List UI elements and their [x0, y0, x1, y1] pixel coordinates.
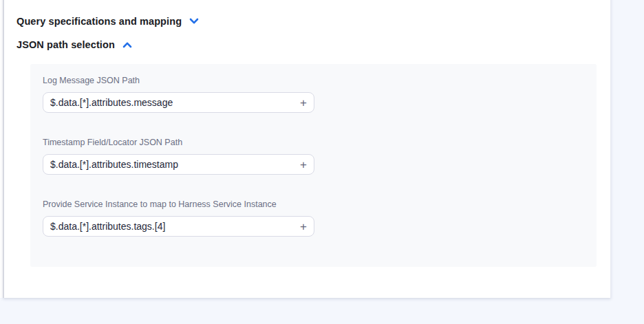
card-content: Query specifications and mapping JSON pa…: [4, 0, 610, 267]
section-title: Query specifications and mapping: [17, 16, 182, 27]
plus-icon: +: [300, 220, 307, 233]
add-json-path-button[interactable]: +: [292, 217, 314, 236]
field-label: Log Message JSON Path: [43, 76, 597, 85]
field-group-service-instance: Provide Service Instance to map to Harne…: [43, 199, 597, 237]
service-instance-json-path-inputwrap: +: [43, 216, 314, 237]
section-title: JSON path selection: [17, 39, 115, 50]
service-instance-json-path-input[interactable]: [43, 217, 292, 236]
field-label: Timestamp Field/Locator JSON Path: [43, 138, 597, 147]
log-message-json-path-inputwrap: +: [43, 92, 314, 113]
timestamp-json-path-input[interactable]: [43, 155, 292, 174]
plus-icon: +: [300, 96, 307, 109]
section-header-json-path-selection[interactable]: JSON path selection: [17, 39, 610, 50]
field-group-timestamp: Timestamp Field/Locator JSON Path +: [43, 138, 597, 175]
log-message-json-path-input[interactable]: [43, 93, 292, 112]
section-header-query-specifications[interactable]: Query specifications and mapping: [17, 15, 610, 27]
chevron-down-icon: [189, 18, 199, 25]
chevron-up-icon: [122, 41, 132, 48]
plus-icon: +: [300, 158, 307, 171]
add-json-path-button[interactable]: +: [292, 93, 314, 112]
field-group-log-message: Log Message JSON Path +: [43, 76, 597, 113]
add-json-path-button[interactable]: +: [292, 155, 314, 174]
timestamp-json-path-inputwrap: +: [43, 154, 314, 175]
json-path-panel: Log Message JSON Path + Timestamp Field/…: [30, 64, 597, 267]
field-label: Provide Service Instance to map to Harne…: [43, 199, 597, 209]
settings-card: Query specifications and mapping JSON pa…: [3, 0, 611, 298]
